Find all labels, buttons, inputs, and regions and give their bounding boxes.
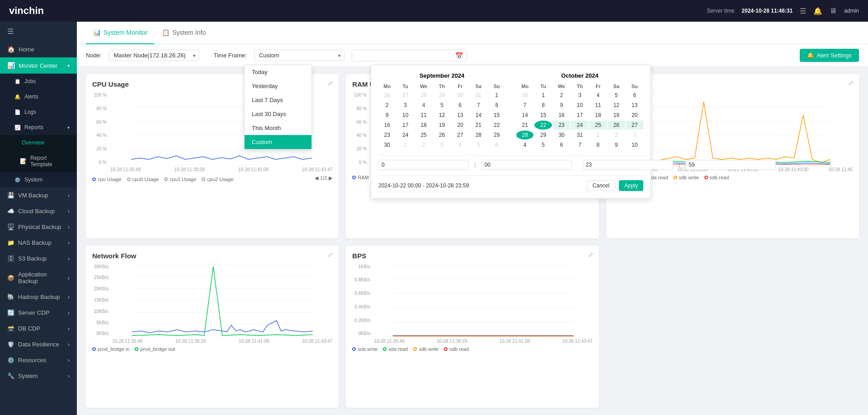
sep-day[interactable]: 20	[452, 121, 469, 130]
sep-day[interactable]: 2	[415, 140, 432, 149]
oct-day[interactable]: 15	[534, 111, 552, 120]
oct-day[interactable]: 18	[590, 111, 607, 120]
iops-expand-icon[interactable]: ⤢	[848, 79, 854, 87]
monitor-icon[interactable]: 🖥	[830, 7, 837, 15]
oct-day[interactable]: 30	[516, 91, 533, 100]
sep-day[interactable]: 30	[452, 91, 469, 100]
oct-day[interactable]: 13	[626, 101, 643, 110]
oct-day[interactable]: 29	[534, 131, 552, 140]
sidebar-item-cloud-backup[interactable]: ☁️ Cloud Backup ›	[0, 203, 77, 219]
sep-day[interactable]: 25	[415, 131, 432, 140]
sep-day[interactable]: 26	[378, 91, 396, 100]
time2-minute-select[interactable]: 59	[685, 160, 776, 170]
oct-day[interactable]: 7	[571, 140, 588, 149]
oct-day[interactable]: 30	[553, 131, 570, 140]
sidebar-item-vm-backup[interactable]: 💾 VM Backup ›	[0, 187, 77, 203]
sep-day[interactable]: 23	[378, 131, 396, 140]
oct-day[interactable]: 5	[534, 140, 552, 149]
oct-day[interactable]: 17	[571, 111, 588, 120]
sep-day[interactable]: 10	[396, 111, 414, 120]
oct-day[interactable]: 3	[571, 91, 588, 100]
oct-day[interactable]: 4	[516, 140, 533, 149]
sep-day[interactable]: 19	[433, 121, 450, 130]
sep-day[interactable]: 5	[470, 140, 487, 149]
sep-day[interactable]: 17	[396, 121, 414, 130]
oct-day[interactable]: 7	[516, 101, 533, 110]
oct-day[interactable]: 9	[608, 140, 625, 149]
cpu-expand-icon[interactable]: ⤢	[328, 79, 333, 87]
oct-day[interactable]: 25	[590, 121, 607, 130]
oct-day[interactable]: 21	[516, 121, 533, 130]
sep-day[interactable]: 11	[415, 111, 432, 120]
sep-day[interactable]: 1	[488, 91, 505, 100]
sep-day[interactable]: 26	[433, 131, 450, 140]
bps-expand-icon[interactable]: ⤢	[588, 251, 594, 258]
calendar-apply-button[interactable]: Apply	[619, 180, 643, 191]
sidebar-item-logs[interactable]: 📄 Logs	[0, 104, 77, 120]
sep-day[interactable]: 4	[452, 140, 469, 149]
sep-day[interactable]: 21	[470, 121, 487, 130]
sep-day[interactable]: 29	[433, 91, 450, 100]
sep-day[interactable]: 13	[452, 111, 469, 120]
dropdown-item-this-month[interactable]: This Month	[245, 121, 311, 135]
oct-day[interactable]: 2	[608, 131, 625, 140]
oct-day[interactable]: 1	[590, 131, 607, 140]
sep-day[interactable]: 27	[452, 131, 469, 140]
oct-day[interactable]: 9	[553, 101, 570, 110]
date-range-input-wrap[interactable]: 📅	[352, 50, 467, 61]
date-range-input[interactable]	[352, 50, 452, 61]
time1-minute-select[interactable]: 00	[481, 160, 572, 170]
sidebar-item-report-template[interactable]: 📝 Report Template	[0, 150, 77, 172]
sidebar-item-system-main[interactable]: 🔧 System ›	[0, 368, 77, 384]
cpu-next[interactable]: ▶	[329, 175, 332, 181]
sidebar-item-server-cdp[interactable]: 🔄 Server CDP ›	[0, 305, 77, 321]
oct-day[interactable]: 24	[571, 121, 588, 130]
bell-icon[interactable]: 🔔	[813, 7, 822, 15]
sep-day[interactable]: 16	[378, 121, 396, 130]
dropdown-item-custom[interactable]: Custom	[245, 135, 311, 149]
calendar-cancel-button[interactable]: Cancel	[587, 180, 615, 191]
sep-day[interactable]: 1	[396, 140, 414, 149]
oct-day[interactable]: 31	[571, 131, 588, 140]
oct-day-28[interactable]: 28	[516, 131, 533, 140]
time2-hour-select[interactable]: 23	[583, 160, 673, 170]
sep-day[interactable]: 18	[415, 121, 432, 130]
sep-day[interactable]: 2	[378, 101, 396, 110]
sep-day[interactable]: 6	[488, 140, 505, 149]
sidebar-item-alerts[interactable]: 🔔 Alerts	[0, 89, 77, 104]
node-select[interactable]: Master Node(172.18.26.26)	[109, 50, 199, 61]
oct-day[interactable]: 20	[626, 111, 643, 120]
tab-system-monitor[interactable]: 📊 System Monitor	[86, 22, 155, 44]
sep-day[interactable]: 24	[396, 131, 414, 140]
sep-day[interactable]: 9	[378, 111, 396, 120]
oct-day[interactable]: 8	[590, 140, 607, 149]
sidebar-item-s3-backup[interactable]: 🗄️ S3 Backup ›	[0, 251, 77, 266]
sidebar-item-home[interactable]: 🏠 Home	[0, 41, 77, 57]
user-label[interactable]: admin	[844, 8, 859, 14]
sep-day[interactable]: 29	[488, 131, 505, 140]
sep-day[interactable]: 3	[396, 101, 414, 110]
oct-day[interactable]: 27	[626, 121, 643, 130]
sep-day[interactable]: 3	[433, 140, 450, 149]
sep-day[interactable]: 8	[488, 101, 505, 110]
sidebar-item-hadoop-backup[interactable]: 🐘 Hadoop Backup ›	[0, 289, 77, 305]
sep-day[interactable]: 28	[470, 131, 487, 140]
oct-day[interactable]: 1	[534, 91, 552, 100]
oct-day[interactable]: 16	[553, 111, 570, 120]
oct-day[interactable]: 10	[571, 101, 588, 110]
sep-day[interactable]: 15	[488, 111, 505, 120]
sidebar-toggle[interactable]: ☰	[0, 22, 77, 41]
oct-day[interactable]: 14	[516, 111, 533, 120]
alert-settings-button[interactable]: 🔔 Alert Settings	[800, 49, 859, 62]
sidebar-item-reports[interactable]: 📈 Reports ▾	[0, 120, 77, 135]
oct-day-22[interactable]: 22	[534, 121, 552, 130]
sep-day[interactable]: 30	[378, 140, 396, 149]
timeframe-select[interactable]: Custom	[254, 50, 344, 61]
dropdown-item-today[interactable]: Today	[245, 65, 311, 79]
sep-day[interactable]: 6	[452, 101, 469, 110]
sidebar-item-system[interactable]: ⚙️ System	[0, 172, 77, 187]
oct-day[interactable]: 26	[608, 121, 625, 130]
sep-day[interactable]: 7	[470, 101, 487, 110]
oct-day[interactable]: 5	[608, 91, 625, 100]
network-expand-icon[interactable]: ⤢	[328, 251, 333, 258]
